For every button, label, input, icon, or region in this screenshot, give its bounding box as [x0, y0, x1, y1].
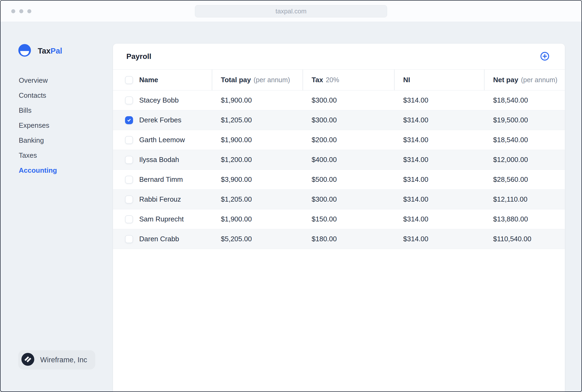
- row-checkbox[interactable]: [125, 195, 133, 203]
- employee-name: Stacey Bobb: [139, 96, 179, 104]
- sidebar-item-contacts[interactable]: Contacts: [19, 88, 57, 103]
- employee-name: Daren Crabb: [139, 235, 179, 243]
- ni-value: $314.00: [394, 195, 484, 203]
- tax-value: $300.00: [303, 116, 394, 124]
- row-checkbox[interactable]: [125, 215, 133, 223]
- company-name: Wireframe, Inc: [40, 356, 87, 364]
- sidebar-item-banking[interactable]: Banking: [19, 133, 57, 148]
- ni-value: $314.00: [394, 116, 484, 124]
- total-pay-value: $1,200.00: [212, 156, 303, 164]
- browser-titlebar: taxpal.com: [1, 1, 581, 22]
- url-text: taxpal.com: [275, 7, 307, 15]
- employee-name: Ilyssa Bodah: [139, 156, 179, 164]
- table-row: Ilyssa Bodah $1,200.00 $400.00 $314.00 $…: [113, 150, 565, 170]
- sidebar-item-taxes[interactable]: Taxes: [19, 148, 57, 163]
- net-pay-value: $12,000.00: [484, 156, 565, 164]
- total-pay-value: $3,900.00: [212, 175, 303, 184]
- app-body: TaxPal Overview Contacts Bills Expenses …: [1, 22, 581, 391]
- tax-value: $400.00: [303, 156, 394, 164]
- total-pay-value: $1,900.00: [212, 215, 303, 223]
- ni-value: $314.00: [394, 235, 484, 243]
- table-header-ni: NI: [394, 70, 484, 90]
- payroll-table-body: Stacey Bobb $1,900.00 $300.00 $314.00 $1…: [113, 91, 565, 249]
- tax-value: $180.00: [303, 235, 394, 243]
- sidebar-item-accounting[interactable]: Accounting: [19, 163, 57, 178]
- company-switcher[interactable]: Wireframe, Inc: [18, 350, 95, 370]
- total-pay-value: $1,900.00: [212, 96, 303, 104]
- select-all-checkbox[interactable]: [125, 76, 133, 84]
- table-row: Sam Ruprecht $1,900.00 $150.00 $314.00 $…: [113, 209, 565, 229]
- employee-name: Garth Leemow: [139, 136, 185, 144]
- ni-value: $314.00: [394, 156, 484, 164]
- table-row: Stacey Bobb $1,900.00 $300.00 $314.00 $1…: [113, 91, 565, 110]
- tax-value: $500.00: [303, 175, 394, 184]
- sidebar-nav: Overview Contacts Bills Expenses Banking…: [19, 73, 57, 178]
- window-control-dot[interactable]: [19, 9, 23, 13]
- table-header-total-pay: Total pay(per annum): [212, 70, 303, 90]
- ni-value: $314.00: [394, 215, 484, 223]
- total-pay-value: $1,205.00: [212, 195, 303, 203]
- table-row: Bernard Timm $3,900.00 $500.00 $314.00 $…: [113, 170, 565, 190]
- row-checkbox[interactable]: [125, 96, 133, 104]
- plus-circle-icon: [540, 51, 550, 62]
- tax-value: $300.00: [303, 96, 394, 104]
- employee-name: Bernard Timm: [139, 175, 183, 184]
- page-title: Payroll: [126, 52, 151, 61]
- net-pay-value: $13,880.00: [484, 215, 565, 223]
- table-header-name: Name: [113, 70, 212, 90]
- table-header-row: Name Total pay(per annum) Tax20% NI Net …: [113, 69, 565, 91]
- total-pay-value: $1,205.00: [212, 116, 303, 124]
- total-pay-value: $5,205.00: [212, 235, 303, 243]
- ni-value: $314.00: [394, 136, 484, 144]
- sidebar-item-overview[interactable]: Overview: [19, 73, 57, 88]
- row-checkbox[interactable]: [125, 235, 133, 243]
- url-bar[interactable]: taxpal.com: [195, 5, 387, 17]
- browser-window: taxpal.com TaxPal Overview Contacts Bill…: [0, 0, 582, 392]
- tax-value: $150.00: [303, 215, 394, 223]
- employee-name: Derek Forbes: [139, 116, 182, 124]
- net-pay-value: $18,540.00: [484, 96, 565, 104]
- brand-name: TaxPal: [38, 47, 62, 55]
- taxpal-logo-icon: [18, 44, 31, 58]
- net-pay-value: $19,500.00: [484, 116, 565, 124]
- payroll-card: Payroll Name Total: [113, 44, 565, 391]
- row-checkbox[interactable]: [125, 116, 133, 124]
- table-row: Daren Crabb $5,205.00 $180.00 $314.00 $1…: [113, 229, 565, 249]
- total-pay-value: $1,900.00: [212, 136, 303, 144]
- net-pay-value: $110,540.00: [484, 235, 565, 243]
- window-controls: [11, 9, 31, 13]
- window-control-dot[interactable]: [27, 9, 31, 13]
- payroll-card-header: Payroll: [113, 44, 565, 69]
- brand-logo-link[interactable]: TaxPal: [18, 44, 62, 58]
- row-checkbox[interactable]: [125, 136, 133, 144]
- table-header-tax: Tax20%: [303, 70, 394, 90]
- sidebar-item-bills[interactable]: Bills: [19, 103, 57, 118]
- tax-value: $300.00: [303, 195, 394, 203]
- table-header-net-pay: Net pay(per annum): [484, 70, 565, 90]
- employee-name: Rabbi Ferouz: [139, 195, 181, 203]
- tax-value: $200.00: [303, 136, 394, 144]
- net-pay-value: $28,560.00: [484, 175, 565, 184]
- employee-name: Sam Ruprecht: [139, 215, 184, 223]
- ni-value: $314.00: [394, 175, 484, 184]
- table-row: Garth Leemow $1,900.00 $200.00 $314.00 $…: [113, 130, 565, 150]
- window-control-dot[interactable]: [11, 9, 15, 13]
- table-row: Rabbi Ferouz $1,205.00 $300.00 $314.00 $…: [113, 190, 565, 209]
- add-row-button[interactable]: [539, 50, 551, 63]
- sidebar-item-expenses[interactable]: Expenses: [19, 118, 57, 133]
- ni-value: $314.00: [394, 96, 484, 104]
- wireframe-logo-icon: [21, 353, 34, 367]
- net-pay-value: $12,110.00: [484, 195, 565, 203]
- row-checkbox[interactable]: [125, 176, 133, 184]
- table-row: Derek Forbes $1,205.00 $300.00 $314.00 $…: [113, 110, 565, 130]
- net-pay-value: $18,540.00: [484, 136, 565, 144]
- row-checkbox[interactable]: [125, 156, 133, 164]
